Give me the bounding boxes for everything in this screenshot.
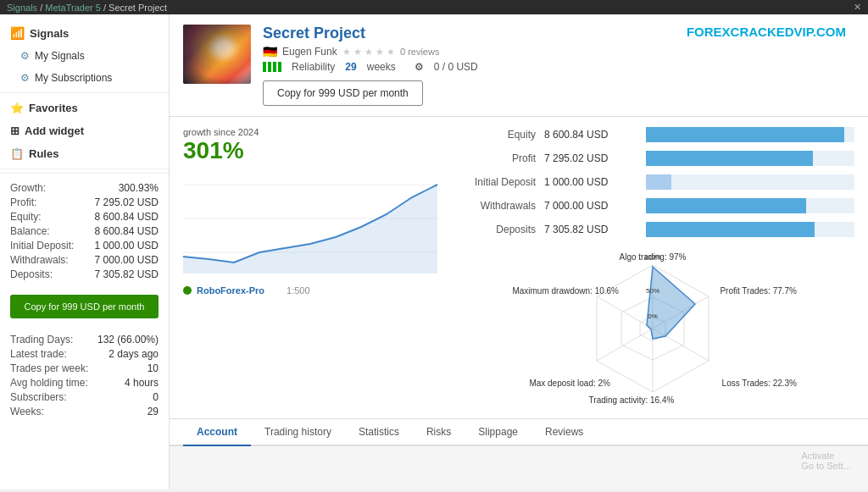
copy-button-sidebar[interactable]: Copy for 999 USD per month — [10, 295, 159, 318]
deposits-bar-fill — [646, 222, 815, 237]
leverage: 1:500 — [287, 285, 310, 296]
equity-bar-container — [646, 127, 854, 142]
copy-button-main[interactable]: Copy for 999 USD per month — [263, 80, 423, 106]
withdrawals-bar-label: Withdrawals — [451, 200, 544, 212]
signal-author-row: 🇩🇪 Eugen Funk ★ ★ ★ ★ ★ 0 reviews — [263, 45, 675, 58]
equity-bar-label: Equity — [451, 129, 544, 141]
loss-trades-label: Loss Trades: 22.3% — [722, 379, 797, 388]
withdrawals-value: 7 000.00 USD — [95, 254, 159, 266]
growth-row: Growth: 300.93% — [10, 180, 159, 195]
equity-row: Equity: 8 600.84 USD — [10, 209, 159, 224]
tab-slippage[interactable]: Slippage — [465, 419, 531, 446]
signals-icon: 📶 — [10, 26, 25, 40]
weeks-value: 29 — [147, 406, 159, 417]
my-subs-icon: ⚙ — [20, 72, 30, 84]
add-widget-icon: ⊞ — [10, 124, 19, 137]
tab-risks[interactable]: Risks — [413, 419, 465, 446]
sidebar-rules-label: Rules — [29, 147, 58, 160]
rel-bar-4 — [278, 62, 281, 72]
equity-bar-value: 8 600.84 USD — [544, 129, 646, 141]
sidebar-divider-1 — [0, 92, 169, 93]
profit-row: Profit: 7 295.02 USD — [10, 195, 159, 209]
growth-pct: 301% — [183, 137, 437, 164]
sidebar-item-add-widget[interactable]: ⊞ Add widget — [0, 119, 169, 142]
deposits-row: Deposits: 7 305.82 USD — [10, 267, 159, 281]
svg-text:50%: 50% — [646, 287, 659, 295]
signal-info: Secret Project 🇩🇪 Eugen Funk ★ ★ ★ ★ ★ 0… — [263, 25, 675, 106]
sidebar-signals-label: Signals — [30, 27, 69, 40]
initial-deposit-bar-label: Initial Deposit — [451, 176, 544, 188]
latest-trade-label: Latest trade: — [10, 348, 67, 360]
balance-value: 8 600.84 USD — [95, 225, 159, 237]
avg-holding-value: 4 hours — [125, 377, 159, 389]
initial-deposit-bar-container — [646, 174, 854, 190]
algo-trading-label: Algo trading: 97% — [610, 252, 695, 262]
signal-title: Secret Project — [263, 25, 675, 42]
balance-row: Balance: 8 600.84 USD — [10, 224, 159, 238]
reliability-bars — [263, 62, 281, 72]
tab-account[interactable]: Account — [183, 419, 251, 446]
favorites-icon: ⭐ — [10, 102, 24, 114]
tab-reviews[interactable]: Reviews — [531, 419, 597, 446]
sidebar-add-widget-label: Add widget — [25, 124, 84, 137]
max-deposit-load-label: Max deposit load: 2% — [509, 379, 610, 388]
withdrawals-bar-fill — [646, 198, 806, 213]
tab-trading-history[interactable]: Trading history — [251, 419, 345, 446]
equity-label: Equity: — [10, 211, 42, 223]
profit-bar-fill — [646, 151, 813, 166]
deposits-label: Deposits: — [10, 268, 53, 280]
broker-name: RoboForex-Pro — [197, 285, 264, 296]
radar-chart: 100% 50% 0% Algo trading: 97% Profit Tra… — [509, 252, 797, 405]
sidebar-favorites-label: Favorites — [29, 102, 78, 114]
rel-bar-2 — [268, 62, 271, 72]
content-area: growth since 2024 301% RoboForex-Pro 1:5… — [170, 117, 868, 418]
growth-value: 300.93% — [119, 182, 159, 194]
equity-value: 8 600.84 USD — [95, 211, 159, 223]
breadcrumb: Signals / MetaTrader 5 / Secret Project — [7, 3, 167, 13]
subscribers-label: Subscribers: — [10, 391, 67, 403]
tab-statistics[interactable]: Statistics — [345, 419, 413, 446]
stats-bars: Equity 8 600.84 USD Profit 7 295.02 USD — [451, 127, 854, 246]
forexcracked-watermark: FOREXCRACKEDVIP.COM — [687, 25, 854, 39]
profit-trades-label: Profit Trades: 77.7% — [720, 286, 797, 296]
radar-container: 100% 50% 0% Algo trading: 97% Profit Tra… — [451, 246, 854, 408]
latest-trade-value: 2 days ago — [108, 348, 159, 360]
balance-label: Balance: — [10, 225, 50, 237]
rel-bar-3 — [273, 62, 276, 72]
withdrawals-bar-container — [646, 198, 854, 213]
tabs: Account Trading history Statistics Risks… — [170, 418, 868, 446]
sidebar-item-rules[interactable]: 📋 Rules — [0, 142, 169, 165]
flag-icon: 🇩🇪 — [263, 45, 277, 58]
equity-bar-row: Equity 8 600.84 USD — [451, 127, 854, 142]
my-signals-icon: ⚙ — [20, 50, 30, 62]
sidebar-item-favorites[interactable]: ⭐ Favorites — [0, 97, 169, 119]
rules-icon: 📋 — [10, 147, 24, 160]
breadcrumb-mt5[interactable]: MetaTrader 5 — [45, 3, 101, 13]
trading-days-label: Trading Days: — [10, 334, 73, 346]
sidebar-my-signals-label: My Signals — [35, 50, 85, 62]
reviews-count: 0 reviews — [400, 47, 439, 57]
reliability-label: Reliability — [292, 61, 335, 73]
sidebar-item-my-signals[interactable]: ⚙ My Signals — [0, 45, 169, 67]
svg-text:0%: 0% — [648, 312, 658, 320]
breadcrumb-signals[interactable]: Signals — [7, 3, 37, 13]
signal-header: Secret Project 🇩🇪 Eugen Funk ★ ★ ★ ★ ★ 0… — [170, 14, 868, 117]
sidebar-item-signals[interactable]: 📶 Signals — [0, 21, 169, 45]
withdrawals-bar-row: Withdrawals 7 000.00 USD — [451, 198, 854, 213]
sidebar: 📶 Signals ⚙ My Signals ⚙ My Subscription… — [0, 14, 170, 489]
initial-deposit-label: Initial Deposit: — [10, 240, 74, 252]
top-bar: Signals / MetaTrader 5 / Secret Project … — [0, 0, 868, 14]
sidebar-item-my-subscriptions[interactable]: ⚙ My Subscriptions — [0, 67, 169, 89]
equity-bar-fill — [646, 127, 844, 142]
window-controls: ✕ — [854, 2, 861, 13]
withdrawals-label: Withdrawals: — [10, 254, 69, 266]
withdrawals-row: Withdrawals: 7 000.00 USD — [10, 252, 159, 267]
profit-label: Profit: — [10, 196, 36, 208]
activate-line2: Go to Sett... — [801, 461, 851, 471]
reliability-row: Reliability 29 weeks ⚙ 0 / 0 USD — [263, 61, 675, 73]
trading-days-value: 132 (66.00%) — [97, 334, 159, 346]
main-content: Secret Project 🇩🇪 Eugen Funk ★ ★ ★ ★ ★ 0… — [170, 14, 868, 489]
subscribers-value: 0 — [153, 391, 159, 403]
initial-deposit-row: Initial Deposit: 1 000.00 USD — [10, 238, 159, 252]
growth-chart — [183, 168, 437, 278]
